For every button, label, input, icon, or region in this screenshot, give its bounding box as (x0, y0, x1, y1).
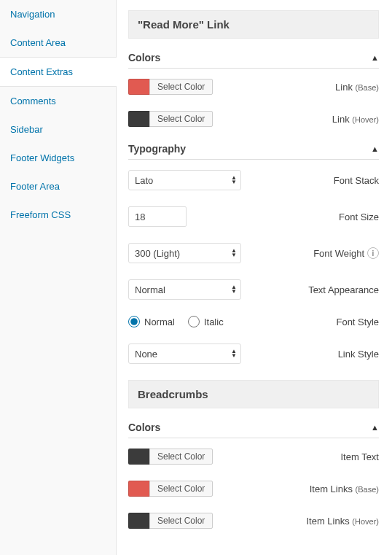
subsection-heading: Colors (128, 422, 160, 433)
row-label: Link (Hover) (332, 114, 379, 125)
row-label: Link Style (338, 349, 379, 360)
sidebar-item-sidebar[interactable]: Sidebar (0, 115, 116, 144)
row-label: Item Text (340, 451, 379, 462)
sidebar-item-content-area[interactable]: Content Area (0, 28, 116, 57)
swatch-icon (128, 79, 150, 95)
font-weight-select[interactable]: 300 (Light) (128, 243, 241, 263)
row-label: Font Style (336, 317, 379, 327)
row-font-size: Font Size (128, 206, 379, 227)
subsection-heading: Colors (128, 52, 160, 63)
info-icon[interactable]: i (367, 247, 379, 259)
row-label: Font Stack (334, 175, 379, 186)
color-row-item-text: Select Color Item Text (128, 449, 379, 465)
subsection-colors[interactable]: Colors ▲ (128, 52, 379, 69)
settings-sidebar: Navigation Content Area Content Extras C… (0, 0, 117, 555)
row-label: Item Links (Hover) (306, 516, 379, 527)
collapse-icon[interactable]: ▲ (371, 144, 379, 153)
color-row-item-links-base: Select Color Item Links (Base) (128, 481, 379, 497)
subsection-heading: Typography (128, 143, 186, 155)
swatch-icon (128, 481, 150, 497)
text-appearance-select[interactable]: Normal (128, 279, 241, 300)
radio-italic[interactable]: Italic (188, 316, 224, 327)
link-style-select[interactable]: None (128, 344, 241, 364)
row-label: Font Weight (313, 248, 364, 259)
select-color-button[interactable]: Select Color (149, 513, 213, 529)
row-label: Item Links (Base) (310, 484, 379, 494)
sidebar-item-content-extras[interactable]: Content Extras (0, 57, 117, 87)
sidebar-item-comments[interactable]: Comments (0, 87, 116, 115)
row-font-style: Normal Italic Font Style (128, 316, 379, 327)
collapse-icon[interactable]: ▲ (371, 53, 379, 62)
font-stack-select[interactable]: Lato (128, 170, 241, 190)
select-color-button[interactable]: Select Color (149, 449, 213, 465)
sidebar-item-footer-area[interactable]: Footer Area (0, 172, 116, 201)
font-size-input[interactable] (128, 206, 187, 227)
section-title-read-more: "Read More" Link (128, 10, 379, 39)
radio-input[interactable] (188, 316, 200, 327)
select-color-button[interactable]: Select Color (149, 481, 213, 497)
color-picker-link-base[interactable]: Select Color (128, 79, 213, 95)
swatch-icon (128, 449, 150, 465)
color-picker-item-links-base[interactable]: Select Color (128, 481, 213, 497)
select-color-button[interactable]: Select Color (149, 79, 213, 95)
row-text-appearance: Normal ▲▼ Text Appearance (128, 279, 379, 300)
color-row-item-links-hover: Select Color Item Links (Hover) (128, 513, 379, 529)
radio-input[interactable] (128, 316, 140, 327)
color-picker-item-links-hover[interactable]: Select Color (128, 513, 213, 529)
row-label: Link (Base) (335, 82, 379, 93)
row-font-stack: Lato ▲▼ Font Stack (128, 170, 379, 190)
color-row-link-base: Select Color Link (Base) (128, 79, 379, 95)
swatch-icon (128, 111, 150, 127)
collapse-icon[interactable]: ▲ (371, 423, 379, 432)
subsection-colors-breadcrumbs[interactable]: Colors ▲ (128, 422, 379, 438)
color-row-link-hover: Select Color Link (Hover) (128, 111, 379, 127)
swatch-icon (128, 513, 150, 529)
section-title-breadcrumbs: Breadcrumbs (128, 380, 379, 408)
select-color-button[interactable]: Select Color (149, 111, 213, 127)
subsection-typography[interactable]: Typography ▲ (128, 143, 379, 160)
sidebar-item-navigation[interactable]: Navigation (0, 0, 116, 28)
settings-panel: "Read More" Link Colors ▲ Select Color L… (117, 0, 392, 555)
sidebar-item-freeform-css[interactable]: Freeform CSS (0, 201, 116, 229)
row-link-style: None ▲▼ Link Style (128, 344, 379, 364)
radio-normal[interactable]: Normal (128, 316, 175, 327)
sidebar-item-footer-widgets[interactable]: Footer Widgets (0, 144, 116, 172)
row-label: Text Appearance (308, 284, 379, 295)
row-label: Font Size (339, 211, 379, 222)
row-font-weight: 300 (Light) ▲▼ Font Weight i (128, 243, 379, 263)
color-picker-link-hover[interactable]: Select Color (128, 111, 213, 127)
color-picker-item-text[interactable]: Select Color (128, 449, 213, 465)
